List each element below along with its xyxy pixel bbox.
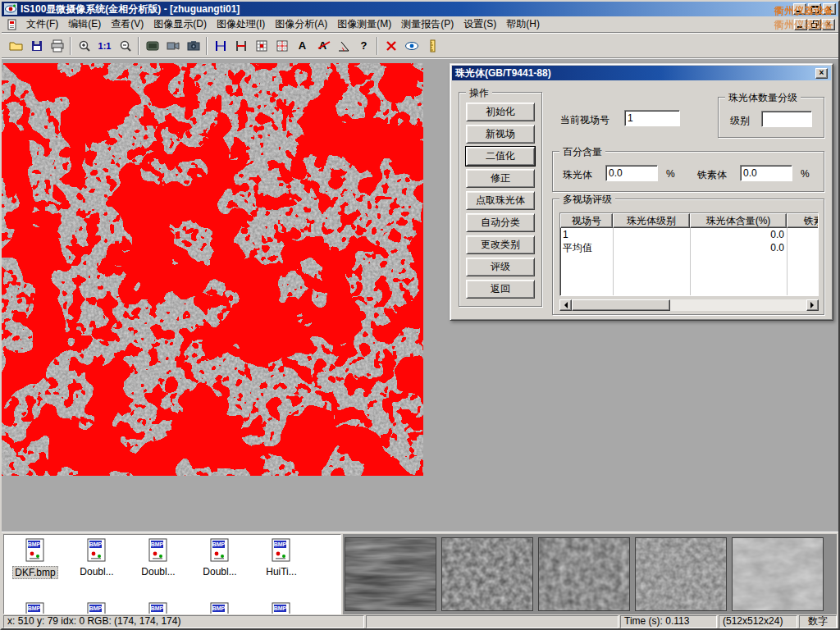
file-item[interactable]: BMP Doubl... <box>129 538 188 578</box>
file-item-partial[interactable]: BMP <box>252 602 311 614</box>
scroll-right-button[interactable] <box>806 299 819 311</box>
cell-ferrite <box>787 228 819 241</box>
menu-image-display[interactable]: 图像显示(D) <box>148 16 212 33</box>
grading-table-body: 1 0.0 平均值 0.0 <box>560 228 818 296</box>
arrow-left-icon <box>561 302 568 308</box>
file-item-partial[interactable]: BMP <box>190 602 249 614</box>
cell-pearlite: 0.0 <box>690 228 787 241</box>
eye-preview-button[interactable] <box>401 35 422 56</box>
file-item[interactable]: BMP Doubl... <box>67 538 126 578</box>
toolbar-separator <box>377 37 378 55</box>
scroll-left-button[interactable] <box>559 299 572 311</box>
menu-file[interactable]: 文件(F) <box>21 16 63 33</box>
caliper-button[interactable] <box>210 35 231 56</box>
change-class-button[interactable]: 更改类别 <box>466 235 535 254</box>
grid-measure-button[interactable] <box>251 35 272 56</box>
level-input[interactable] <box>761 111 812 127</box>
camera-icon <box>187 39 200 52</box>
init-button[interactable]: 初始化 <box>466 103 535 121</box>
menu-help[interactable]: 帮助(H) <box>501 16 545 33</box>
file-item[interactable]: BMP DKF.bmp <box>6 538 65 579</box>
ruler-button[interactable] <box>422 35 442 56</box>
text-label-button[interactable]: A <box>292 35 313 56</box>
minimize-icon <box>797 6 803 12</box>
bmp-file-icon: BMP <box>25 602 46 614</box>
bmp-file-icon: BMP <box>86 602 107 614</box>
zoom-out-icon <box>119 39 132 52</box>
grade-button[interactable]: 评级 <box>466 258 535 276</box>
child-restore-button[interactable] <box>808 19 821 30</box>
table-hscrollbar <box>559 299 819 311</box>
col-field[interactable]: 视场号 <box>560 213 613 228</box>
menu-settings[interactable]: 设置(S) <box>459 16 501 33</box>
capture-button[interactable] <box>142 35 162 56</box>
bmp-file-icon: BMP <box>271 602 292 614</box>
preview-thumbnail[interactable] <box>441 537 533 611</box>
child-minimize-button[interactable] <box>794 19 807 30</box>
svg-text:BMP: BMP <box>151 605 164 611</box>
cell-grade <box>613 228 690 241</box>
delete-measure-button[interactable] <box>381 35 401 56</box>
preview-thumbnail[interactable] <box>635 537 727 611</box>
dialog-close-button[interactable]: × <box>815 68 828 79</box>
angle-measure-button[interactable] <box>333 35 354 56</box>
file-item-partial[interactable]: BMP <box>6 602 65 614</box>
menu-image-measure[interactable]: 图像测量(M) <box>332 16 396 33</box>
auto-classify-button[interactable]: 自动分类 <box>466 213 535 232</box>
file-name: DKF.bmp <box>12 566 57 579</box>
image-size-status: (512x512x24) <box>719 615 797 628</box>
new-field-button[interactable]: 新视场 <box>466 125 535 144</box>
text-delete-button[interactable]: A <box>313 35 333 56</box>
file-item-partial[interactable]: BMP <box>67 602 126 614</box>
preview-thumbnail[interactable] <box>345 537 436 611</box>
file-item[interactable]: BMP Doubl... <box>190 538 249 578</box>
status-spacer <box>366 615 619 628</box>
zoom-in-button[interactable] <box>74 35 94 56</box>
zoom-out-button[interactable] <box>115 35 135 56</box>
micrograph-image[interactable] <box>2 63 423 476</box>
actual-size-button[interactable]: 1:1 <box>94 35 115 56</box>
bmp-file-icon: BMP <box>209 538 231 563</box>
caliper-red-button[interactable] <box>231 35 251 56</box>
menu-edit[interactable]: 编辑(E) <box>63 16 106 33</box>
table-row[interactable]: 平均值 0.0 <box>560 241 818 254</box>
save-button[interactable] <box>26 35 47 56</box>
file-item-partial[interactable]: BMP <box>129 602 188 614</box>
current-field-input[interactable] <box>624 110 680 126</box>
svg-text:BMP: BMP <box>274 605 287 611</box>
col-ferrite[interactable]: 铁素体含量(%) <box>787 213 819 228</box>
camera-button[interactable] <box>183 35 203 56</box>
video-button[interactable] <box>162 35 183 56</box>
preview-thumbnail[interactable] <box>732 537 824 611</box>
help-button[interactable]: ? <box>354 35 374 56</box>
pearlite-percent-input[interactable] <box>605 165 658 181</box>
binarize-button[interactable]: 二值化 <box>466 147 535 166</box>
scrollbar-thumb[interactable] <box>572 299 670 311</box>
return-button[interactable]: 返回 <box>466 280 535 299</box>
toolbar: 1:1 A A ? <box>2 34 838 58</box>
print-button[interactable] <box>47 35 67 56</box>
col-pearlite[interactable]: 珠光体含量(%) <box>690 213 787 228</box>
app-icon <box>4 3 17 15</box>
svg-text:BMP: BMP <box>28 541 41 547</box>
minimize-button[interactable] <box>793 3 806 15</box>
col-grade[interactable]: 珠光体级别 <box>613 213 690 228</box>
menu-view[interactable]: 查看(V) <box>106 16 148 33</box>
table-row[interactable]: 1 0.0 <box>560 228 818 241</box>
menu-image-analysis[interactable]: 图像分析(A) <box>270 16 332 33</box>
file-item[interactable]: BMP HuiTi... <box>252 538 311 578</box>
dialog-title-bar[interactable]: 珠光体(GB/T9441-88) × <box>452 66 831 80</box>
toolbar-separator <box>70 37 71 55</box>
preview-thumbnail[interactable] <box>538 537 630 611</box>
cell-ferrite <box>787 241 819 254</box>
correct-button[interactable]: 修正 <box>466 169 535 188</box>
grid-cross-button[interactable] <box>272 35 292 56</box>
close-button[interactable]: × <box>823 3 836 15</box>
open-button[interactable] <box>6 35 26 56</box>
pick-pearlite-button[interactable]: 点取珠光体 <box>466 191 535 210</box>
maximize-button[interactable] <box>808 3 821 15</box>
menu-image-processing[interactable]: 图像处理(I) <box>212 16 270 33</box>
menu-measure-report[interactable]: 测量报告(P) <box>396 16 459 33</box>
child-close-button[interactable]: × <box>822 19 835 30</box>
ferrite-percent-input[interactable] <box>740 165 792 181</box>
